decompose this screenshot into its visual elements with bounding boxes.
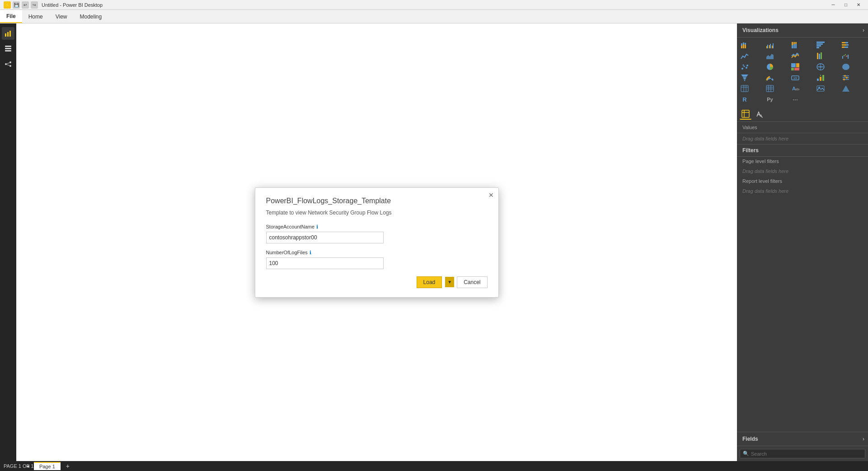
svg-rect-40 [817, 54, 818, 59]
load-dropdown-button[interactable]: ▼ [445, 277, 454, 287]
page-info: PAGE 1 OF 1 [4, 463, 33, 469]
svg-text:▲: ▲ [820, 74, 822, 76]
svg-rect-46 [842, 56, 843, 59]
tab-home[interactable]: Home [22, 10, 49, 23]
dialog-close-button[interactable]: ✕ [488, 191, 494, 199]
svg-rect-60 [791, 68, 794, 70]
fields-tab-button[interactable] [740, 109, 751, 120]
page-tab[interactable]: Page 1 [34, 462, 61, 470]
svg-rect-37 [842, 47, 845, 48]
window-controls: ─ □ ✕ [827, 1, 864, 9]
svg-point-81 [843, 79, 845, 80]
log-files-label: NumberOfLogFiles ℹ [266, 250, 488, 256]
svg-point-8 [9, 65, 11, 67]
maximize-button[interactable]: □ [840, 1, 852, 9]
viz-funnel-icon[interactable] [740, 73, 750, 83]
viz-line-icon[interactable] [740, 51, 750, 61]
storage-account-input[interactable] [266, 232, 384, 243]
minimize-button[interactable]: ─ [827, 1, 839, 9]
window-title: Untitled - Power BI Desktop [42, 2, 827, 8]
status-bar: PAGE 1 OF 1 ◄ Page 1 + [0, 461, 868, 471]
close-button[interactable]: ✕ [853, 1, 864, 9]
tab-file[interactable]: File [0, 10, 22, 23]
viz-ribbon-icon[interactable] [816, 51, 826, 61]
svg-rect-17 [766, 46, 767, 48]
viz-area-icon[interactable] [765, 51, 775, 61]
dialog-title: PowerBI_FlowLogs_Storage_Template [266, 197, 488, 205]
report-level-filters-label: Report level filters [737, 177, 868, 186]
save-icon[interactable]: 💾 [13, 1, 20, 9]
undo-icon[interactable]: ↩ [22, 1, 29, 9]
cancel-button[interactable]: Cancel [457, 276, 487, 288]
viz-clustered-bar-icon[interactable] [765, 40, 775, 50]
svg-rect-49 [846, 56, 847, 57]
viz-waterfall-icon[interactable] [841, 51, 851, 61]
log-files-input[interactable] [266, 257, 384, 269]
svg-line-10 [7, 65, 9, 65]
svg-rect-2 [9, 31, 11, 37]
viz-kpi-icon[interactable]: ▲ [816, 73, 826, 83]
viz-stacked-hbar-icon[interactable] [841, 40, 851, 50]
redo-icon[interactable]: ↪ [31, 1, 38, 9]
svg-marker-39 [766, 54, 774, 59]
ribbon: File Home View Modeling [0, 10, 868, 23]
add-page-button[interactable]: + [64, 462, 71, 470]
tab-view[interactable]: View [49, 10, 74, 23]
viz-100stacked-bar-icon[interactable] [790, 40, 800, 50]
viz-slicer-icon[interactable] [841, 73, 851, 83]
sidebar-item-data[interactable] [2, 42, 14, 55]
svg-rect-73 [820, 77, 821, 81]
template-dialog: ✕ PowerBI_FlowLogs_Storage_Template Temp… [255, 187, 499, 298]
svg-rect-24 [792, 45, 793, 48]
viz-table-icon[interactable] [740, 84, 750, 93]
viz-bar-chart-icon[interactable] [816, 40, 826, 50]
viz-stacked-bar-icon[interactable] [740, 40, 750, 50]
fields-panel-chevron[interactable]: › [859, 432, 868, 446]
dialog-overlay: ✕ PowerBI_FlowLogs_Storage_Template Temp… [16, 23, 737, 461]
viz-line-cluster-icon[interactable] [790, 51, 800, 61]
svg-rect-35 [842, 44, 846, 46]
viz-gauge-icon[interactable] [765, 73, 775, 83]
svg-rect-18 [767, 45, 768, 48]
viz-shape-icon[interactable] [841, 84, 851, 93]
svg-rect-12 [741, 43, 742, 46]
values-label: Values [737, 122, 868, 133]
viz-treemap-icon[interactable] [790, 62, 800, 72]
viz-card-icon[interactable]: 123 [790, 73, 800, 83]
storage-account-info-icon[interactable]: ℹ [316, 224, 318, 230]
viz-scatter-icon[interactable] [740, 62, 750, 72]
svg-rect-28 [795, 44, 797, 48]
load-button[interactable]: Load [417, 276, 442, 288]
viz-more-icon[interactable]: ··· [790, 94, 800, 104]
svg-rect-0 [5, 33, 6, 37]
svg-rect-26 [793, 44, 795, 48]
canvas-area: ✕ PowerBI_FlowLogs_Storage_Template Temp… [16, 23, 737, 461]
viz-image-icon[interactable] [816, 84, 826, 93]
svg-rect-34 [845, 42, 848, 43]
viz-filled-map-icon[interactable] [841, 62, 851, 72]
page-level-filters-label: Page level filters [737, 157, 868, 166]
viz-map-icon[interactable] [816, 62, 826, 72]
viz-py-icon[interactable]: Py [765, 94, 775, 104]
viz-toolbar-row [737, 107, 868, 122]
svg-point-56 [746, 65, 748, 66]
storage-account-label: StorageAccountName ℹ [266, 224, 488, 230]
svg-rect-16 [745, 43, 746, 45]
svg-rect-36 [846, 44, 849, 46]
fields-search-input[interactable] [751, 451, 862, 457]
svg-point-7 [9, 61, 11, 63]
viz-matrix-icon[interactable] [765, 84, 775, 93]
svg-marker-66 [741, 75, 748, 77]
svg-rect-5 [5, 50, 11, 51]
format-tab-button[interactable] [753, 109, 765, 120]
viz-pie-icon[interactable] [765, 62, 775, 72]
sidebar-item-report[interactable] [2, 27, 14, 40]
sidebar-item-relationships[interactable] [2, 58, 14, 70]
viz-text-icon[interactable]: A abc [790, 84, 800, 93]
tab-modeling[interactable]: Modeling [73, 10, 108, 23]
svg-point-52 [741, 68, 743, 70]
svg-rect-22 [773, 43, 774, 48]
log-files-info-icon[interactable]: ℹ [310, 250, 311, 256]
viz-panel-chevron[interactable]: › [859, 23, 868, 37]
viz-r-icon[interactable]: R [740, 94, 750, 104]
